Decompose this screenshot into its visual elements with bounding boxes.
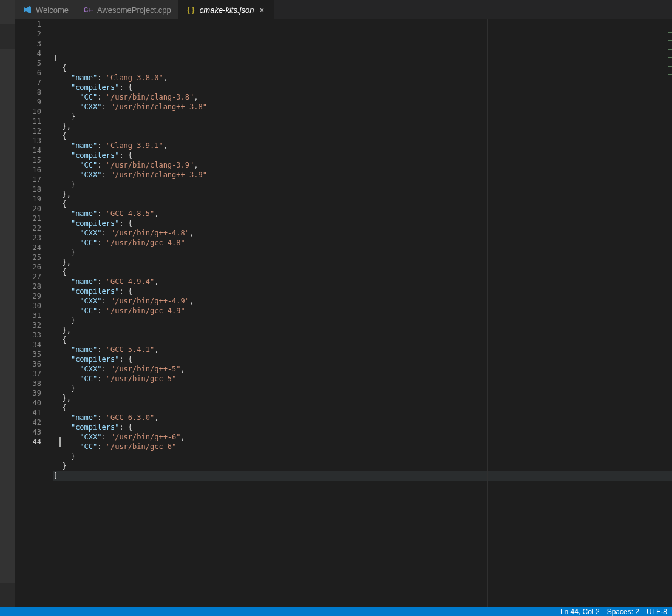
token (53, 287, 71, 296)
token: } (53, 248, 75, 257)
code-line[interactable]: [ (53, 53, 672, 63)
token: : (97, 374, 106, 383)
token: { (53, 132, 67, 140)
activity-placeholder[interactable] (0, 0, 15, 24)
code-line[interactable]: } (53, 112, 672, 121)
token: "CC" (80, 306, 97, 315)
code-line[interactable]: "CC": "/usr/bin/gcc-4.9" (53, 306, 672, 316)
status-encoding[interactable]: UTF-8 (647, 608, 667, 616)
close-icon[interactable]: × (257, 5, 266, 15)
code-line[interactable]: "compilers": { (53, 286, 672, 296)
line-number: 10 (15, 107, 41, 117)
minimap[interactable] (667, 19, 672, 607)
token: , (189, 297, 194, 305)
code-line[interactable]: }, (53, 325, 672, 335)
code-line[interactable]: "CXX": "/usr/bin/g++-4.9", (53, 296, 672, 306)
token: "compilers" (71, 355, 119, 364)
activity-placeholder[interactable] (0, 24, 15, 49)
token: : (101, 365, 110, 373)
status-cursor-pos[interactable]: Ln 44, Col 2 (560, 608, 600, 616)
token (53, 374, 80, 383)
token: : (101, 433, 110, 441)
minimap-mark (668, 57, 672, 58)
code-line[interactable]: "CC": "/usr/bin/clang-3.8", (53, 92, 672, 102)
code-line[interactable]: ] (53, 471, 672, 481)
line-number: 21 (15, 214, 41, 223)
code-line[interactable]: { (53, 335, 672, 345)
code-line[interactable]: "CC": "/usr/bin/gcc-6" (53, 442, 672, 452)
code-line[interactable]: { (53, 403, 672, 413)
text-cursor (59, 437, 61, 447)
token: "CXX" (80, 229, 101, 237)
tab-label: Welcome (36, 5, 69, 15)
code-line[interactable]: "CXX": "/usr/bin/clang++-3.8" (53, 102, 672, 112)
code-line[interactable]: } (53, 384, 672, 393)
code-line[interactable]: } (53, 316, 672, 325)
code-line[interactable]: "CXX": "/usr/bin/g++-5", (53, 364, 672, 374)
token: "compilers" (71, 219, 119, 228)
code-line[interactable]: }, (53, 121, 672, 131)
code-line[interactable]: "CXX": "/usr/bin/clang++-3.9" (53, 170, 672, 180)
tab-welcome[interactable]: Welcome (15, 0, 76, 19)
code-line[interactable]: { (53, 63, 672, 73)
token (53, 93, 80, 101)
code-line[interactable]: "compilers": { (53, 83, 672, 92)
code-line[interactable]: "compilers": { (53, 422, 672, 432)
code-line[interactable]: "name": "GCC 5.4.1", (53, 345, 672, 354)
minimap-mark (668, 74, 672, 75)
line-number: 26 (15, 262, 41, 272)
token: : (97, 73, 106, 82)
line-number: 30 (15, 301, 41, 311)
line-number: 9 (15, 97, 41, 107)
code-line[interactable]: } (53, 248, 672, 257)
tab-awesomeproject-cpp[interactable]: C++AwesomeProject.cpp (76, 0, 179, 19)
code-line[interactable]: "name": "Clang 3.9.1", (53, 141, 672, 151)
code-line[interactable]: "compilers": { (53, 354, 672, 364)
code-line[interactable]: } (53, 452, 672, 461)
code-line[interactable]: } (53, 180, 672, 189)
code-line[interactable]: "compilers": { (53, 218, 672, 228)
code-line[interactable]: } (53, 461, 672, 471)
line-number: 37 (15, 369, 41, 379)
token (53, 433, 80, 441)
code-line[interactable]: }, (53, 189, 672, 199)
token: "CC" (80, 93, 97, 101)
tab-cmake-kits-json[interactable]: { }cmake-kits.json× (179, 0, 274, 19)
token: , (163, 141, 168, 150)
code-line[interactable]: { (53, 131, 672, 141)
token: "/usr/bin/g++-4.9" (110, 297, 189, 305)
code-line[interactable]: "name": "GCC 4.9.4", (53, 277, 672, 286)
code-line[interactable]: { (53, 267, 672, 277)
code-area[interactable]: [ { "name": "Clang 3.8.0", "compilers": … (53, 19, 672, 607)
code-line[interactable]: }, (53, 257, 672, 267)
line-number: 18 (15, 184, 41, 194)
token (53, 209, 71, 218)
status-indent[interactable]: Spaces: 2 (607, 608, 639, 616)
token (53, 297, 80, 305)
code-line[interactable]: "compilers": { (53, 151, 672, 160)
token (53, 239, 80, 247)
code-line[interactable]: }, (53, 393, 672, 403)
token: "/usr/bin/clang++-3.8" (110, 103, 207, 111)
token: , (194, 161, 198, 169)
code-line[interactable]: "CC": "/usr/bin/gcc-5" (53, 374, 672, 384)
editor[interactable]: 1234567891011121314151617181920212223242… (15, 19, 672, 607)
activity-settings[interactable] (0, 583, 15, 607)
code-line[interactable]: { (53, 199, 672, 209)
code-line[interactable]: "CXX": "/usr/bin/g++-4.8", (53, 228, 672, 238)
token: "CC" (80, 161, 97, 169)
code-line[interactable]: "CC": "/usr/bin/clang-3.9", (53, 160, 672, 170)
activity-placeholder[interactable] (0, 49, 15, 73)
token: : (101, 171, 110, 179)
code-line[interactable]: "name": "Clang 3.8.0", (53, 73, 672, 83)
code-line[interactable]: "CC": "/usr/bin/gcc-4.8" (53, 238, 672, 248)
tab-label: AwesomeProject.cpp (97, 5, 171, 15)
token: "Clang 3.8.0" (106, 73, 163, 82)
line-number: 14 (15, 146, 41, 155)
code-line[interactable]: "name": "GCC 4.8.5", (53, 209, 672, 218)
token: "name" (71, 209, 97, 218)
token: "/usr/bin/gcc-5" (106, 374, 177, 383)
code-line[interactable]: "CXX": "/usr/bin/g++-6", (53, 432, 672, 442)
code-line[interactable]: "name": "GCC 6.3.0", (53, 413, 672, 422)
token: : (97, 209, 106, 218)
